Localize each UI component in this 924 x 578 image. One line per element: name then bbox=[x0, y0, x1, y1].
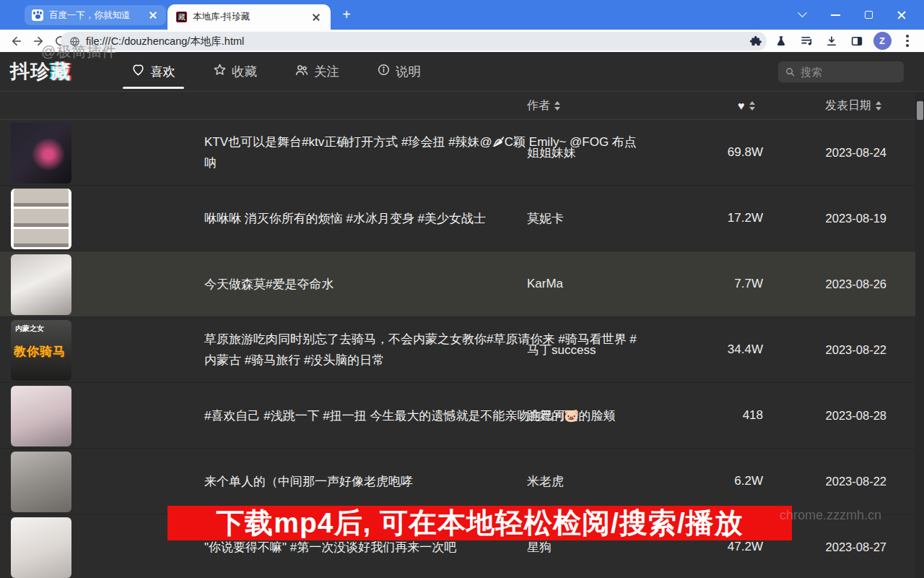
douzhencang-favicon-icon: 藏 bbox=[176, 12, 187, 22]
video-title: 咻咻咻 消灭你所有的烦恼 #水冰月变身 #美少女战士 bbox=[204, 208, 637, 229]
video-row[interactable]: #喜欢自己 #浅跳一下 #扭一扭 今生最大的遗憾就是不能亲吻自己可爱的脸颊跳舞的… bbox=[0, 383, 924, 449]
video-thumbnail[interactable] bbox=[11, 386, 71, 447]
search-box[interactable] bbox=[778, 61, 904, 82]
download-icon[interactable] bbox=[822, 32, 841, 51]
nav-label: 收藏 bbox=[232, 63, 257, 80]
video-row[interactable]: 内蒙之女教你骑马草原旅游吃肉同时别忘了去骑马，不会内蒙之女教你#草原请你来 #骑… bbox=[0, 317, 924, 383]
logo-accent-text: 藏 bbox=[51, 61, 71, 82]
promo-banner: 下载mp4后, 可在本地轻松检阅/搜索/播放 bbox=[167, 506, 792, 540]
nav-item-heart[interactable]: 喜欢 bbox=[123, 52, 184, 91]
side-panel-icon[interactable] bbox=[847, 32, 866, 51]
video-publish-date: 2023-08-24 bbox=[814, 146, 886, 160]
video-publish-date: 2023-08-28 bbox=[814, 409, 886, 423]
table-header: 作者 ♥ 发表日期 bbox=[0, 92, 924, 120]
video-title: 来个单人的（中间那一声好像老虎咆哮 bbox=[204, 471, 637, 492]
video-publish-date: 2023-08-22 bbox=[814, 475, 886, 488]
video-thumbnail[interactable] bbox=[11, 189, 71, 249]
nav-label: 说明 bbox=[396, 63, 421, 80]
search-icon bbox=[785, 66, 796, 77]
main-nav: 喜欢收藏关注说明 bbox=[123, 52, 430, 91]
video-likes-count: 17.2W bbox=[671, 211, 763, 225]
nav-item-people[interactable]: 关注 bbox=[286, 52, 348, 91]
video-row[interactable]: 今天做森莫#爱是夺命水KarMa7.7W2023-08-26 bbox=[0, 251, 924, 317]
window-controls bbox=[785, 0, 918, 30]
tab-baidu[interactable]: 百度一下，你就知道 bbox=[25, 5, 166, 25]
nav-label: 关注 bbox=[314, 63, 339, 80]
video-row[interactable]: 咻咻咻 消灭你所有的烦恼 #水冰月变身 #美少女战士莫妮卡17.2W2023-0… bbox=[0, 186, 924, 251]
nav-item-star[interactable]: 收藏 bbox=[204, 52, 266, 91]
playlist-extension-icon[interactable] bbox=[797, 32, 816, 51]
video-publish-date: 2023-08-27 bbox=[814, 540, 886, 554]
video-publish-date: 2023-08-19 bbox=[814, 212, 886, 225]
baidu-favicon-icon bbox=[32, 9, 43, 21]
author-column-header[interactable]: 作者 bbox=[527, 92, 560, 120]
tab-search-chevron-icon[interactable] bbox=[785, 0, 819, 30]
video-author: 米老虎 bbox=[527, 473, 564, 490]
video-likes-count: 7.7W bbox=[671, 277, 763, 291]
video-publish-date: 2023-08-22 bbox=[814, 343, 886, 357]
date-column-header[interactable]: 发表日期 bbox=[825, 92, 881, 120]
video-author: 莫妮卡 bbox=[527, 210, 564, 227]
back-button[interactable] bbox=[6, 31, 27, 51]
nav-item-info[interactable]: 说明 bbox=[368, 52, 430, 91]
video-author: 马丁success bbox=[527, 342, 596, 358]
video-publish-date: 2023-08-26 bbox=[814, 277, 886, 291]
video-thumbnail[interactable] bbox=[11, 517, 71, 578]
search-input[interactable] bbox=[801, 66, 887, 78]
video-row[interactable]: KTV也可以是舞台#ktv正确打开方式 #珍会扭 #辣妹@🌶C颖 Emily~ … bbox=[0, 120, 924, 186]
info-icon bbox=[377, 63, 391, 80]
app-logo: 抖珍藏 bbox=[10, 59, 71, 85]
screen: 百度一下，你就知道 藏 本地库-抖珍藏 + file:///C:/douzhen… bbox=[0, 0, 924, 578]
close-tab-icon[interactable] bbox=[310, 12, 322, 23]
scrollbar-track[interactable] bbox=[915, 92, 924, 578]
sort-icon[interactable] bbox=[749, 101, 755, 111]
people-icon bbox=[295, 63, 309, 81]
video-likes-count: 6.2W bbox=[671, 474, 763, 488]
video-likes-count: 34.4W bbox=[671, 342, 763, 357]
tab-local-library[interactable]: 藏 本地库-抖珍藏 bbox=[167, 4, 331, 30]
promo-banner-text: 下载mp4后, 可在本地轻松检阅/搜索/播放 bbox=[216, 504, 744, 543]
local-library-page: 抖珍藏 喜欢收藏关注说明 作者 ♥ 发表日期 KTV也可以是舞台#ktv正确打开… bbox=[0, 52, 924, 578]
heart-icon bbox=[131, 63, 145, 80]
video-likes-count: 418 bbox=[671, 408, 763, 423]
browser-menu-icon[interactable] bbox=[898, 32, 917, 51]
browser-titlebar: 百度一下，你就知道 藏 本地库-抖珍藏 + bbox=[0, 0, 924, 30]
flask-extension-icon[interactable] bbox=[772, 32, 790, 51]
nav-label: 喜欢 bbox=[150, 63, 175, 80]
author-header-label: 作者 bbox=[527, 98, 550, 113]
video-thumbnail[interactable] bbox=[11, 123, 71, 184]
close-window-button[interactable] bbox=[885, 0, 918, 30]
video-likes-count: 69.8W bbox=[671, 145, 763, 160]
watermark-top-left: @极简插件 bbox=[41, 42, 117, 61]
tab-title: 百度一下，你就知道 bbox=[49, 9, 141, 22]
new-tab-button[interactable]: + bbox=[338, 7, 355, 24]
star-icon bbox=[213, 63, 227, 80]
likes-column-header[interactable]: ♥ bbox=[738, 92, 755, 120]
app-header: 抖珍藏 喜欢收藏关注说明 bbox=[0, 52, 924, 92]
video-thumbnail[interactable]: 内蒙之女教你骑马 bbox=[11, 320, 71, 381]
sort-icon[interactable] bbox=[554, 101, 560, 111]
video-thumbnail[interactable] bbox=[11, 452, 71, 512]
watermark-bottom-right: chrome.zzzmh.cn bbox=[780, 508, 881, 523]
video-author: 姐姐妹妹 bbox=[527, 144, 576, 161]
video-author: 跳舞的🐷 bbox=[527, 407, 579, 424]
tab-title: 本地库-抖珍藏 bbox=[193, 11, 305, 23]
video-thumbnail[interactable] bbox=[11, 254, 71, 315]
active-underline bbox=[123, 87, 184, 89]
sort-icon[interactable] bbox=[876, 101, 881, 111]
extensions-puzzle-icon[interactable] bbox=[746, 32, 765, 51]
thumb-overlay-text: 内蒙之女 bbox=[15, 324, 44, 334]
close-tab-icon[interactable] bbox=[147, 9, 159, 21]
logo-text: 抖珍 bbox=[10, 61, 51, 82]
scrollbar-thumb[interactable] bbox=[917, 101, 923, 120]
address-bar[interactable]: file:///C:/douzhencang/本地库.html bbox=[61, 32, 767, 51]
heart-icon: ♥ bbox=[738, 100, 745, 113]
date-header-label: 发表日期 bbox=[825, 98, 871, 113]
video-author: KarMa bbox=[527, 277, 563, 291]
video-title: 今天做森莫#爱是夺命水 bbox=[204, 274, 637, 295]
profile-avatar[interactable]: Z bbox=[873, 32, 892, 51]
avatar-letter: Z bbox=[873, 32, 892, 50]
minimize-button[interactable] bbox=[819, 0, 852, 30]
toolbar-extensions: Z bbox=[746, 30, 917, 52]
maximize-button[interactable] bbox=[852, 0, 885, 30]
